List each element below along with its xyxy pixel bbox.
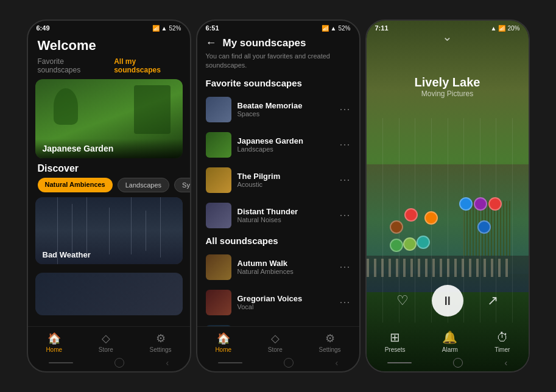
heart-icon: ♡ [396, 293, 409, 309]
thumb-autumn [206, 254, 231, 280]
cat-thunder: Natural Noises [238, 216, 334, 223]
alarm-icon: 🔔 [442, 330, 457, 345]
back-arrow[interactable]: ← [206, 37, 217, 49]
gesture-bar-1: ‹ [28, 355, 190, 371]
timer-label: Timer [494, 346, 510, 353]
info-gregorian: Gregorian Voices Vocal [238, 294, 334, 310]
home-icon: 🏠 [48, 332, 61, 345]
nav-settings-1[interactable]: ⚙ Settings [149, 332, 171, 353]
nav-alarm[interactable]: 🔔 Alarm [442, 330, 458, 353]
timer-icon: ⏱ [496, 331, 508, 345]
presets-label: Presets [385, 346, 406, 353]
discover-title: Discover [28, 158, 190, 178]
more-gregorian[interactable]: ··· [339, 296, 350, 309]
more-japanese[interactable]: ··· [339, 138, 350, 151]
hero-image[interactable]: Japanese Garden [35, 79, 183, 158]
dot-green1[interactable] [390, 239, 403, 252]
soundscape-beatae[interactable]: Beatae Memoriae Spaces ··· [197, 92, 359, 127]
dot-blue-light[interactable] [459, 197, 473, 211]
chip-sym[interactable]: Sym... [174, 178, 189, 192]
soundscape-japanese[interactable]: Japanese Garden Landscapes ··· [197, 127, 359, 163]
info-autumn: Autumn Walk Natural Ambiences [238, 259, 334, 275]
time-1: 6:49 [37, 24, 50, 32]
p2-header: ← My soundscapes [197, 33, 359, 52]
nav-store-2[interactable]: ◇ Store [268, 332, 283, 353]
welcome-title: Welcome [38, 38, 180, 54]
name-beatae: Beatae Memoriae [238, 101, 334, 110]
tab-all[interactable]: All my soundscapes [114, 57, 180, 74]
gesture-bar-3: ‹ [367, 358, 529, 368]
gesture-line-1 [49, 362, 73, 363]
time-2: 6:51 [206, 24, 219, 32]
nav-timer[interactable]: ⏱ Timer [494, 331, 510, 353]
more-autumn[interactable]: ··· [339, 261, 350, 273]
settings-icon-1: ⚙ [156, 332, 166, 345]
garden-deco [134, 85, 171, 134]
hero-label: Japanese Garden [43, 144, 175, 153]
gesture-line-2 [218, 362, 242, 363]
gesture-circle-1 [114, 358, 124, 368]
name-thunder: Distant Thunder [238, 207, 334, 216]
dot-red[interactable] [404, 208, 418, 222]
filter-chips: Natural Ambiences Landscapes Sym... [28, 178, 190, 197]
share-button[interactable]: ↗ [487, 293, 498, 309]
soundscape-nautilus[interactable]: Dreaming Nautilus Ambient Soundscapes ··… [197, 320, 359, 326]
gesture-chevron-1: ‹ [166, 358, 169, 368]
more-beatae[interactable]: ··· [339, 103, 350, 116]
more-thunder[interactable]: ··· [339, 209, 350, 222]
soundscape-gregorian[interactable]: Gregorian Voices Vocal ··· [197, 285, 359, 320]
dot-teal[interactable] [417, 236, 430, 249]
nav-store-1[interactable]: ◇ Store [99, 332, 113, 353]
discover-card2[interactable] [35, 273, 183, 315]
dot-red2[interactable] [488, 197, 502, 211]
info-thunder: Distant Thunder Natural Noises [238, 207, 334, 223]
soundscape-thunder[interactable]: Distant Thunder Natural Noises ··· [197, 198, 359, 233]
garden-decoration [54, 88, 78, 125]
gesture-line-3 [387, 362, 412, 363]
gesture-circle-2 [284, 358, 294, 368]
settings-icon-2: ⚙ [325, 332, 335, 345]
dot-brown[interactable] [390, 220, 403, 234]
thumb-thunder [206, 203, 231, 228]
signal-icon: 📶 [152, 25, 160, 32]
mixer-dots [367, 191, 529, 264]
gesture-circle-3 [453, 358, 463, 368]
dot-orange[interactable] [424, 211, 438, 225]
phone-soundscapes: 6:51 📶 ▲ 52% ← My soundscapes You can fi… [196, 19, 361, 373]
dot-blue-dark[interactable] [477, 220, 491, 234]
phone2-content: ← My soundscapes You can find all your f… [197, 33, 359, 326]
gesture-bar-2: ‹ [197, 355, 359, 371]
name-gregorian: Gregorian Voices [238, 294, 334, 303]
nav-home-2[interactable]: 🏠 Home [215, 332, 231, 353]
dot-green2[interactable] [403, 237, 417, 251]
phone3-content: ⌄ Lively Lake Moving Pictures [367, 21, 529, 371]
bad-weather-label: Bad Weather [43, 250, 91, 259]
status-bar-1: 6:49 📶 ▲ 52% [28, 21, 190, 33]
alarm-label: Alarm [442, 346, 458, 353]
pause-button[interactable]: ⏸ [432, 285, 463, 317]
battery-3: 20% [507, 25, 519, 32]
chip-natural[interactable]: Natural Ambiences [38, 178, 113, 192]
like-button[interactable]: ♡ [396, 293, 409, 309]
p2-subtitle: You can find all your favorites and crea… [197, 52, 359, 75]
bottom-nav-1: 🏠 Home ◇ Store ⚙ Settings [28, 326, 190, 355]
nav-home-1[interactable]: 🏠 Home [46, 332, 62, 353]
dot-purple[interactable] [474, 197, 487, 211]
wifi-icon: ▲ [161, 25, 167, 32]
soundscape-autumn[interactable]: Autumn Walk Natural Ambiences ··· [197, 250, 359, 285]
phone1-content: Welcome Favorite soundscapes All my soun… [28, 33, 190, 326]
name-pilgrim: The Pilgrim [238, 172, 334, 181]
nav-settings-2[interactable]: ⚙ Settings [318, 332, 340, 353]
status-icons-2: 📶 ▲ 52% [322, 25, 351, 32]
store-icon-2: ◇ [271, 332, 280, 345]
nav-presets[interactable]: ⊞ Presets [385, 330, 406, 353]
status-bar-3: 7:11 ▲ 📶 20% [367, 21, 529, 33]
name-autumn: Autumn Walk [238, 259, 334, 268]
chip-landscapes[interactable]: Landscapes [118, 178, 169, 192]
player-title-section: Lively Lake Moving Pictures [367, 75, 529, 98]
tab-favorites[interactable]: Favorite soundscapes [38, 57, 105, 74]
thumb-nautilus [206, 325, 231, 326]
more-pilgrim[interactable]: ··· [339, 173, 350, 186]
soundscape-pilgrim[interactable]: The Pilgrim Acoustic ··· [197, 163, 359, 198]
discover-card-weather[interactable]: Bad Weather [35, 197, 183, 264]
